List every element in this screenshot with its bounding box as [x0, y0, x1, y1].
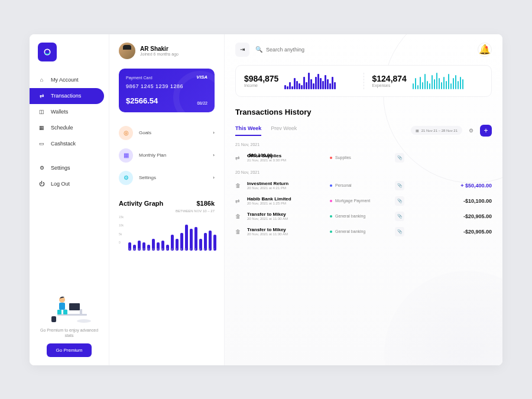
- nav-label: Schedule: [51, 125, 73, 131]
- stats-card: $984,875 Income $124,874 Expenses: [235, 65, 492, 97]
- svg-rect-4: [69, 303, 80, 310]
- tx-category: Supplies: [330, 155, 389, 160]
- logo: [38, 43, 57, 61]
- tx-category: Personal: [330, 183, 389, 187]
- category-dot: [330, 184, 332, 187]
- settings-button[interactable]: ⚙: [466, 125, 476, 136]
- tx-row[interactable]: ⇄ Habib Bank Limited 20 Nov, 2021 at 1:2…: [235, 193, 492, 209]
- card-label: Payment Card: [126, 76, 207, 80]
- activity-value: $186k: [196, 200, 215, 207]
- premium-illustration: [46, 291, 93, 324]
- tx-time: 20 Nov, 2021 at 1:25 PM: [247, 202, 324, 205]
- tx-amount: + $50,400.00: [460, 183, 492, 189]
- stack-icon: ▭: [38, 140, 46, 148]
- nav-label: My Account: [51, 77, 79, 83]
- tabs-row: This Week Prev Week ▦21 Nov 21 – 28 Nov …: [235, 125, 492, 137]
- power-icon: ⏻: [38, 180, 46, 188]
- category-dot: [330, 157, 332, 159]
- gear-icon: ⚙: [119, 171, 133, 185]
- target-icon: ◎: [119, 126, 133, 140]
- stat-income: $984,875 Income: [244, 73, 364, 89]
- profile-header: AR Shakir Joined 6 months ago: [119, 43, 215, 59]
- attachment-icon[interactable]: 📎: [395, 227, 404, 236]
- swap-icon: ⇄: [38, 92, 46, 100]
- transactions-list: 21 Nov, 2021 ⇄ Office Supplies-$10,100.0…: [235, 142, 492, 239]
- attachment-icon[interactable]: 📎: [395, 181, 404, 190]
- nav-label: Wallets: [51, 109, 68, 115]
- category-dot: [330, 200, 332, 202]
- go-premium-button[interactable]: Go Premium: [47, 343, 92, 357]
- menu-toggle-button[interactable]: ⇥: [235, 43, 249, 57]
- income-label: Income: [244, 83, 278, 87]
- svg-rect-7: [57, 310, 61, 314]
- stat-expenses: $124,874 Expenses: [372, 73, 484, 89]
- income-value: $984,875: [244, 74, 278, 83]
- quick-link-settings[interactable]: ⚙Settings›: [119, 167, 215, 189]
- quick-link-label: Settings: [139, 175, 207, 180]
- profile-column: AR Shakir Joined 6 months ago Payment Ca…: [109, 34, 225, 365]
- plus-icon: +: [484, 126, 488, 135]
- tx-title: Transfer to Mikey: [247, 212, 324, 217]
- add-button[interactable]: +: [480, 125, 492, 137]
- date-range-pill[interactable]: ▦21 Nov 21 – 28 Nov 21: [411, 126, 462, 135]
- sidebar: ⌂My Account ⇄Transactions ◫Wallets ▦Sche…: [30, 34, 109, 365]
- expenses-label: Expenses: [372, 83, 407, 87]
- nav-my-account[interactable]: ⌂My Account: [30, 72, 109, 88]
- home-icon: ⌂: [38, 76, 46, 84]
- nav-label: Cashstack: [51, 141, 76, 147]
- search-input[interactable]: [266, 47, 337, 53]
- tx-row[interactable]: 🗑 Investment Return 20 Nov, 2021 at 4:21…: [235, 178, 492, 193]
- attachment-icon[interactable]: 📎: [395, 212, 404, 221]
- nav-cashstack[interactable]: ▭Cashstack: [30, 136, 109, 152]
- tx-category: General banking: [330, 229, 389, 233]
- svg-rect-6: [59, 303, 65, 310]
- nav-logout[interactable]: ⏻Log Out: [30, 176, 109, 192]
- section-title: Transactions History: [235, 108, 492, 116]
- nav-schedule[interactable]: ▦Schedule: [30, 120, 109, 136]
- search: 🔍: [255, 46, 472, 53]
- tab-this-week[interactable]: This Week: [235, 125, 261, 136]
- nav-label: Settings: [51, 165, 70, 171]
- card-brand: VISA: [196, 74, 207, 80]
- calendar-icon: ▦: [119, 148, 133, 163]
- attachment-icon[interactable]: 📎: [395, 153, 404, 163]
- quick-link-goals[interactable]: ◎Goals›: [119, 122, 215, 144]
- tx-type-icon: 🗑: [235, 229, 241, 235]
- nav-settings[interactable]: ⚙Settings: [30, 160, 109, 176]
- date-range-text: 21 Nov 21 – 28 Nov 21: [421, 129, 458, 132]
- attachment-icon[interactable]: 📎: [395, 196, 404, 206]
- tx-amount: -$20,905.00: [463, 229, 492, 235]
- tx-time: 20 Nov, 2021 at 11:30 AM: [247, 232, 324, 236]
- activity-range: BETWEEN NOV 10 – 27: [119, 209, 215, 213]
- notifications-button[interactable]: 🔔: [478, 43, 492, 57]
- premium-promo: Go Premium to enjoy advanced stats Go Pr…: [35, 291, 103, 356]
- tx-row[interactable]: ⇄ Office Supplies-$10,100.00 21 Nov, 202…: [235, 150, 492, 166]
- tab-prev-week[interactable]: Prev Week: [271, 125, 297, 136]
- expenses-sparkline: [413, 73, 483, 89]
- expenses-value: $124,874: [372, 74, 407, 83]
- tx-row[interactable]: 🗑 Transfer to Mikey 20 Nov, 2021 at 11:3…: [235, 209, 492, 224]
- category-dot: [330, 215, 332, 218]
- tx-row[interactable]: 🗑 Transfer to Mikey 20 Nov, 2021 at 11:3…: [235, 224, 492, 239]
- activity-chart: 15k10k5k0 910111213141516171819202122232…: [119, 215, 215, 251]
- tab-controls: ▦21 Nov 21 – 28 Nov 21 ⚙ +: [411, 125, 492, 137]
- quick-link-plan[interactable]: ▦Monthly Plan›: [119, 144, 215, 167]
- payment-card[interactable]: Payment Card VISA 9867 1245 1239 1286 $2…: [119, 69, 215, 112]
- svg-rect-1: [57, 314, 87, 316]
- tx-date-label: 20 Nov, 2021: [235, 170, 492, 174]
- nav-list: ⌂My Account ⇄Transactions ◫Wallets ▦Sche…: [30, 72, 109, 192]
- avatar[interactable]: [119, 43, 135, 59]
- quick-links: ◎Goals› ▦Monthly Plan› ⚙Settings›: [119, 122, 215, 189]
- nav-wallets[interactable]: ◫Wallets: [30, 104, 109, 120]
- tx-amount: -$20,905.00: [463, 213, 492, 219]
- card-balance: $2566.54: [126, 96, 207, 105]
- nav-label: Log Out: [51, 181, 70, 187]
- nav-label: Transactions: [51, 93, 81, 99]
- tx-category: General banking: [330, 214, 389, 218]
- main-panel: ⇥ 🔍 🔔 $984,875 Income $124,874 Expenses: [225, 34, 502, 365]
- nav-transactions[interactable]: ⇄Transactions: [30, 88, 104, 104]
- tx-time: 20 Nov, 2021 at 11:30 AM: [247, 217, 324, 220]
- tx-title: Habib Bank Limited: [247, 196, 324, 202]
- tx-title: Transfer to Mikey: [247, 227, 324, 232]
- calendar-icon: ▦: [416, 128, 419, 132]
